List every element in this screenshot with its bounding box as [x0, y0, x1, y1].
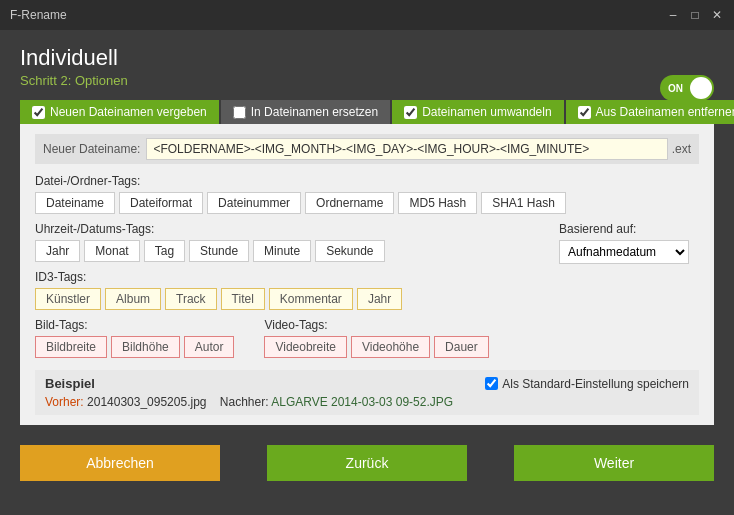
example-header: Beispiel Als Standard-Einstellung speich…	[45, 376, 689, 391]
example-title: Beispiel	[45, 376, 95, 391]
video-tag-buttons: Videobreite Videohöhe Dauer	[264, 336, 488, 358]
maximize-button[interactable]: □	[688, 8, 702, 22]
cancel-button[interactable]: Abbrechen	[20, 445, 220, 481]
bild-tags-title: Bild-Tags:	[35, 318, 234, 332]
tag-dateinummer[interactable]: Dateinummer	[207, 192, 301, 214]
video-tags-title: Video-Tags:	[264, 318, 488, 332]
basierend-label: Basierend auf:	[559, 222, 636, 236]
filename-label: Neuer Dateiname:	[43, 142, 140, 156]
example-before-file: 20140303_095205.jpg	[87, 395, 206, 409]
save-default-label: Als Standard-Einstellung speichern	[502, 377, 689, 391]
tag-sha1hash[interactable]: SHA1 Hash	[481, 192, 566, 214]
tag-monat[interactable]: Monat	[84, 240, 139, 262]
filename-row: Neuer Dateiname: .ext	[35, 134, 699, 164]
datetime-tags-section: Uhrzeit-/Datums-Tags: Jahr Monat Tag Stu…	[35, 222, 539, 262]
id3-tags-title: ID3-Tags:	[35, 270, 699, 284]
tab-checkbox-1[interactable]	[233, 106, 246, 119]
tab-checkbox-0[interactable]	[32, 106, 45, 119]
subtitle: Schritt 2: Optionen	[20, 73, 128, 88]
example-save: Als Standard-Einstellung speichern	[485, 377, 689, 391]
tag-kuenstler[interactable]: Künstler	[35, 288, 101, 310]
bild-tag-buttons: Bildbreite Bildhöhe Autor	[35, 336, 234, 358]
tag-kommentar[interactable]: Kommentar	[269, 288, 353, 310]
tag-autor[interactable]: Autor	[184, 336, 235, 358]
tag-jahr[interactable]: Jahr	[35, 240, 80, 262]
toggle-knob	[690, 77, 712, 99]
bild-tags-section: Bild-Tags: Bildbreite Bildhöhe Autor	[35, 318, 234, 358]
app-title: F-Rename	[10, 8, 67, 22]
tab-neuen-dateinamen[interactable]: Neuen Dateinamen vergeben	[20, 100, 219, 124]
next-button[interactable]: Weiter	[514, 445, 714, 481]
tag-album[interactable]: Album	[105, 288, 161, 310]
datetime-row: Uhrzeit-/Datums-Tags: Jahr Monat Tag Stu…	[35, 222, 699, 270]
bild-video-row: Bild-Tags: Bildbreite Bildhöhe Autor Vid…	[35, 318, 699, 366]
tag-minute[interactable]: Minute	[253, 240, 311, 262]
tag-tag[interactable]: Tag	[144, 240, 185, 262]
basierend-section: Basierend auf: Aufnahmedatum Änderungsda…	[559, 222, 699, 264]
tag-videohoehe[interactable]: Videohöhe	[351, 336, 430, 358]
save-default-checkbox[interactable]	[485, 377, 498, 390]
id3-tags-section: ID3-Tags: Künstler Album Track Titel Kom…	[35, 270, 699, 310]
tag-bildhoehe[interactable]: Bildhöhe	[111, 336, 180, 358]
basierend-select[interactable]: Aufnahmedatum Änderungsdatum Erstellungs…	[559, 240, 689, 264]
folder-tag-buttons: Dateiname Dateiformat Dateinummer Ordner…	[35, 192, 699, 214]
folder-tags-section: Datei-/Ordner-Tags: Dateiname Dateiforma…	[35, 174, 699, 214]
tab-in-dateinamen[interactable]: In Dateinamen ersetzen	[221, 100, 390, 124]
ext-label: .ext	[672, 142, 691, 156]
tag-jahr-id3[interactable]: Jahr	[357, 288, 402, 310]
datetime-tag-buttons: Jahr Monat Tag Stunde Minute Sekunde	[35, 240, 539, 262]
example-after-file: ALGARVE 2014-03-03 09-52.JPG	[271, 395, 453, 409]
tag-dateiformat[interactable]: Dateiformat	[119, 192, 203, 214]
tag-bildbreite[interactable]: Bildbreite	[35, 336, 107, 358]
toggle-label: ON	[662, 83, 683, 94]
tag-ordnername[interactable]: Ordnername	[305, 192, 394, 214]
id3-tag-buttons: Künstler Album Track Titel Kommentar Jah…	[35, 288, 699, 310]
tag-track[interactable]: Track	[165, 288, 217, 310]
close-button[interactable]: ✕	[710, 8, 724, 22]
tag-md5hash[interactable]: MD5 Hash	[398, 192, 477, 214]
title-bar: F-Rename – □ ✕	[0, 0, 734, 30]
filename-input[interactable]	[146, 138, 667, 160]
tag-sekunde[interactable]: Sekunde	[315, 240, 384, 262]
tab-checkbox-2[interactable]	[404, 106, 417, 119]
tab-dateinamen-umwandeln[interactable]: Dateinamen umwandeln	[392, 100, 563, 124]
page-title: Individuell	[20, 45, 128, 71]
tab-bar: Neuen Dateinamen vergeben In Dateinamen …	[20, 100, 714, 124]
minimize-button[interactable]: –	[666, 8, 680, 22]
tag-titel[interactable]: Titel	[221, 288, 265, 310]
tag-dateiname[interactable]: Dateiname	[35, 192, 115, 214]
datetime-tags-title: Uhrzeit-/Datums-Tags:	[35, 222, 539, 236]
bottom-bar: Abbrechen Zurück Weiter	[0, 435, 734, 491]
tag-dauer[interactable]: Dauer	[434, 336, 489, 358]
example-section: Beispiel Als Standard-Einstellung speich…	[35, 370, 699, 415]
toggle-switch[interactable]: ON	[660, 75, 714, 101]
example-row: Vorher: 20140303_095205.jpg Nachher: ALG…	[45, 395, 689, 409]
back-button[interactable]: Zurück	[267, 445, 467, 481]
folder-tags-title: Datei-/Ordner-Tags:	[35, 174, 699, 188]
tag-videobreite[interactable]: Videobreite	[264, 336, 347, 358]
header-section: Individuell Schritt 2: Optionen ON Neuen…	[0, 30, 734, 435]
example-before-label: Vorher:	[45, 395, 87, 409]
content-panel: Neuer Dateiname: .ext Datei-/Ordner-Tags…	[20, 124, 714, 425]
tab-checkbox-3[interactable]	[578, 106, 591, 119]
video-tags-section: Video-Tags: Videobreite Videohöhe Dauer	[264, 318, 488, 358]
tag-stunde[interactable]: Stunde	[189, 240, 249, 262]
window-controls: – □ ✕	[666, 8, 724, 22]
example-after-label: Nachher:	[220, 395, 271, 409]
tab-aus-dateinamen[interactable]: Aus Dateinamen entfernen	[566, 100, 734, 124]
